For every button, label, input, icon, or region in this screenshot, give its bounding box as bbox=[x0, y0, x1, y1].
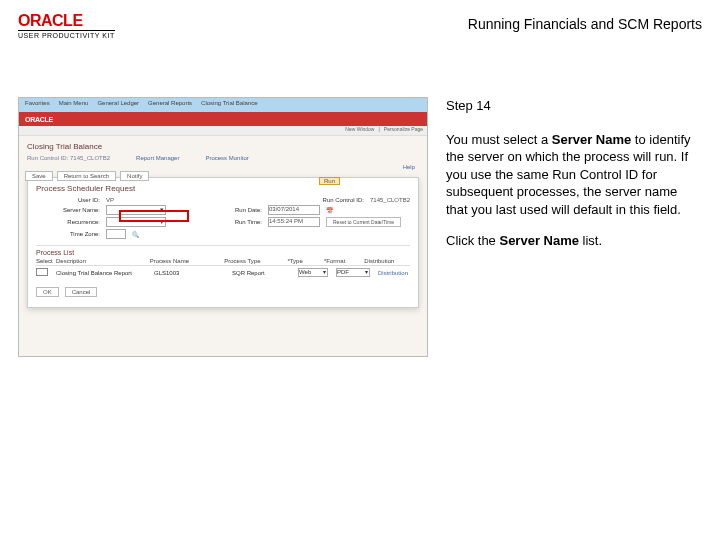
breadcrumb: Favorites Main Menu General Ledger Gener… bbox=[19, 98, 427, 112]
doc-title: Running Financials and SCM Reports bbox=[468, 16, 702, 32]
recurrence-label: Recurrence: bbox=[36, 219, 100, 225]
crumb[interactable]: General Ledger bbox=[97, 100, 139, 110]
format-select[interactable]: PDF bbox=[336, 268, 370, 277]
page-title: Closing Trial Balance bbox=[27, 142, 419, 151]
brand: ORACLE USER PRODUCTIVITY KIT bbox=[18, 12, 115, 39]
instruction-para-1: You must select a Server Name to identif… bbox=[446, 131, 696, 219]
calendar-icon[interactable]: 📅 bbox=[326, 207, 333, 214]
notify-button[interactable]: Notify bbox=[120, 171, 149, 181]
personalize-link[interactable]: Personalize Page bbox=[384, 126, 423, 135]
lookup-icon[interactable]: 🔍 bbox=[132, 231, 139, 238]
help-link[interactable]: Help bbox=[403, 164, 415, 170]
run-date-label: Run Date: bbox=[198, 207, 262, 213]
process-monitor-link[interactable]: Process Monitor bbox=[205, 155, 248, 161]
proc-name: GLS1003 bbox=[154, 270, 224, 276]
crumb[interactable]: Main Menu bbox=[59, 100, 89, 110]
brand-main: ORACLE bbox=[18, 12, 115, 30]
run-date-input[interactable]: 03/07/2014 bbox=[268, 205, 320, 215]
run-control-id-label: Run Control ID: bbox=[300, 197, 364, 203]
cancel-button[interactable]: Cancel bbox=[65, 287, 98, 297]
user-id-label: User ID: bbox=[36, 197, 100, 203]
proc-type: SQR Report bbox=[232, 270, 290, 276]
process-list-heading: Process List bbox=[36, 245, 410, 256]
process-list-row: Closing Trial Balance Report GLS1003 SQR… bbox=[36, 266, 410, 277]
run-control-label: Run Control ID: bbox=[27, 155, 68, 161]
crumb[interactable]: General Reports bbox=[148, 100, 192, 110]
server-name-select[interactable] bbox=[106, 205, 166, 215]
run-control-value: 7145_CLOTB2 bbox=[70, 155, 110, 161]
run-time-input[interactable]: 14:55:24 PM bbox=[268, 217, 320, 227]
step-label: Step 14 bbox=[446, 97, 696, 115]
time-zone-input[interactable] bbox=[106, 229, 126, 239]
process-scheduler-panel: Process Scheduler Request Help User ID: … bbox=[27, 177, 419, 308]
crumb[interactable]: Favorites bbox=[25, 100, 50, 110]
return-button[interactable]: Return to Search bbox=[57, 171, 116, 181]
select-checkbox[interactable] bbox=[36, 268, 48, 276]
run-button[interactable]: Run bbox=[319, 177, 340, 185]
report-manager-link[interactable]: Report Manager bbox=[136, 155, 179, 161]
user-id-value: VP bbox=[106, 197, 114, 203]
server-name-label: Server Name: bbox=[36, 207, 100, 213]
proc-desc: Closing Trial Balance Report bbox=[56, 270, 146, 276]
crumb[interactable]: Closing Trial Balance bbox=[201, 100, 257, 110]
distribution-link[interactable]: Distribution bbox=[378, 270, 408, 276]
app-logo: ORACLE bbox=[25, 116, 53, 123]
ok-button[interactable]: OK bbox=[36, 287, 59, 297]
new-window-link[interactable]: New Window bbox=[345, 126, 374, 135]
app-screenshot: Favorites Main Menu General Ledger Gener… bbox=[18, 97, 428, 357]
process-list-header: SelectDescriptionProcess NameProcess Typ… bbox=[36, 258, 410, 266]
recurrence-select[interactable] bbox=[106, 217, 166, 227]
brand-sub: USER PRODUCTIVITY KIT bbox=[18, 30, 115, 39]
reset-time-button[interactable]: Reset to Current Date/Time bbox=[326, 217, 401, 227]
run-time-label: Run Time: bbox=[198, 219, 262, 225]
panel-title: Process Scheduler Request bbox=[36, 184, 410, 193]
type-select[interactable]: Web bbox=[298, 268, 328, 277]
run-control-id-value: 7145_CLOTB2 bbox=[370, 197, 410, 203]
save-button[interactable]: Save bbox=[25, 171, 53, 181]
instruction-para-2: Click the Server Name list. bbox=[446, 232, 696, 250]
time-zone-label: Time Zone: bbox=[36, 231, 100, 237]
sub-links: New Window | Personalize Page bbox=[19, 126, 427, 136]
app-header-bar: ORACLE bbox=[19, 112, 427, 126]
